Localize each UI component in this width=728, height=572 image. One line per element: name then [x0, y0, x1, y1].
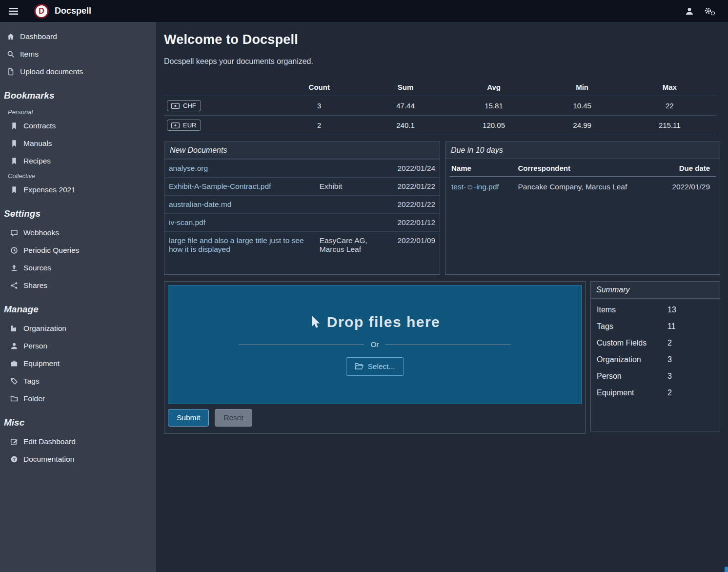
sidebar-section-settings: Settings — [0, 199, 156, 224]
currency-label: EUR — [183, 122, 196, 129]
document-row: iv-scan.pdf 2022/01/12 — [164, 213, 440, 231]
sidebar-sublabel-collective: Collective — [0, 170, 156, 181]
summary-panel: Summary Items 13 Tags 11 Custom Fields 2… — [590, 281, 720, 431]
document-link[interactable]: iv-scan.pdf — [169, 218, 316, 227]
sidebar-item-periodic-queries[interactable]: Periodic Queries — [0, 242, 156, 259]
sidebar-item-dashboard[interactable]: Dashboard — [0, 28, 156, 45]
edit-icon — [10, 438, 18, 446]
stat-count: 2 — [274, 116, 364, 135]
folder-icon — [10, 395, 18, 403]
due-table: Name Correspondent Due date test-☺-ing.p… — [449, 159, 716, 197]
document-link[interactable]: australian-date.md — [169, 200, 316, 209]
sidebar-item-label: Edit Dashboard — [23, 437, 76, 446]
drop-label: Drop files here — [327, 314, 441, 330]
stat-min: 10.45 — [542, 96, 623, 116]
due-correspondent: Pancake Company, Marcus Leaf — [516, 177, 663, 197]
stats-header-count: Count — [274, 79, 364, 96]
app-name: Docspell — [55, 6, 91, 16]
sidebar-item-upload-documents[interactable]: Upload documents — [0, 63, 156, 81]
user-icon — [685, 7, 694, 16]
summary-value: 13 — [667, 306, 676, 314]
document-link[interactable]: Exhibit-A-Sample-Contract.pdf — [169, 182, 316, 191]
sidebar-item-manuals[interactable]: Manuals — [0, 135, 156, 152]
stat-avg: 15.81 — [446, 96, 541, 116]
document-link[interactable]: large file and also a large title just t… — [169, 236, 316, 254]
page-title: Welcome to Docspell — [164, 32, 720, 47]
sidebar-item-edit-dashboard[interactable]: Edit Dashboard — [0, 433, 156, 450]
sidebar-item-contracts[interactable]: Contracts — [0, 117, 156, 135]
submit-button[interactable]: Submit — [168, 409, 209, 427]
scrollbar-thumb[interactable] — [725, 567, 728, 572]
sidebar-item-sources[interactable]: Sources — [0, 259, 156, 277]
stats-header-avg: Avg — [446, 79, 541, 96]
user-menu-button[interactable] — [680, 5, 699, 18]
money-bill-icon — [171, 123, 180, 128]
history-icon — [10, 246, 18, 254]
divider-line — [239, 344, 364, 345]
sidebar-item-documentation[interactable]: ? Documentation — [0, 450, 156, 468]
summary-label: Organization — [597, 355, 667, 364]
document-date: 2022/01/12 — [393, 218, 435, 227]
bookmark-icon — [10, 186, 18, 194]
summary-label: Custom Fields — [597, 339, 667, 347]
sidebar-item-expenses-2021[interactable]: Expenses 2021 — [0, 181, 156, 199]
sidebar-item-equipment[interactable]: Equipment — [0, 355, 156, 372]
stat-sum: 47.44 — [364, 96, 446, 116]
sidebar-item-label: Recipes — [23, 157, 51, 165]
sidebar-section-bookmarks: Bookmarks — [0, 81, 156, 106]
summary-label: Tags — [597, 322, 667, 331]
document-date: 2022/01/24 — [393, 164, 435, 173]
logo-letter: D — [39, 7, 44, 16]
file-dropzone[interactable]: Drop files here Or Select... — [168, 285, 582, 404]
stat-min: 24.99 — [542, 116, 623, 135]
due-document-link[interactable]: test-☺-ing.pdf — [451, 183, 499, 191]
sidebar-item-person[interactable]: Person — [0, 337, 156, 355]
comment-icon — [10, 229, 18, 237]
due-header-date: Due date — [663, 159, 716, 177]
home-icon — [7, 33, 15, 41]
select-files-button[interactable]: Select... — [346, 357, 404, 376]
select-files-label: Select... — [368, 362, 395, 371]
sidebar-item-webhooks[interactable]: Webhooks — [0, 224, 156, 242]
or-divider: Or — [239, 340, 511, 348]
stat-sum: 240.1 — [364, 116, 446, 135]
summary-label: Person — [597, 372, 667, 381]
person-icon — [10, 342, 18, 350]
document-date: 2022/01/22 — [393, 182, 435, 191]
tag-icon — [10, 377, 18, 385]
settings-menu-button[interactable] — [699, 5, 720, 18]
summary-value: 3 — [667, 355, 672, 364]
sidebar-item-label: Expenses 2021 — [23, 185, 76, 194]
sidebar-item-recipes[interactable]: Recipes — [0, 152, 156, 170]
upload-panel: Drop files here Or Select... Submit Rese… — [164, 281, 586, 434]
sidebar-item-label: Contracts — [23, 122, 56, 130]
document-link[interactable]: analyse.org — [169, 164, 316, 173]
summary-value: 3 — [667, 372, 672, 381]
sidebar-item-organization[interactable]: Organization — [0, 320, 156, 337]
svg-text:?: ? — [13, 457, 16, 462]
menu-button[interactable] — [8, 5, 20, 17]
cogs-icon — [704, 7, 715, 16]
summary-row: Equipment 2 — [591, 385, 720, 401]
sidebar-item-items[interactable]: Items — [0, 45, 156, 63]
summary-row: Items 13 — [591, 302, 720, 318]
due-header-row: Name Correspondent Due date — [449, 159, 716, 177]
new-documents-panel: New Documents analyse.org 2022/01/24 Exh… — [164, 142, 440, 275]
sidebar-item-tags[interactable]: Tags — [0, 372, 156, 390]
due-header-correspondent: Correspondent — [516, 159, 663, 177]
money-bill-icon — [171, 103, 180, 109]
panel-title: New Documents — [164, 142, 440, 159]
summary-row: Custom Fields 2 — [591, 335, 720, 351]
sidebar-item-folder[interactable]: Folder — [0, 390, 156, 408]
due-row: test-☺-ing.pdf Pancake Company, Marcus L… — [449, 177, 716, 197]
document-row: large file and also a large title just t… — [164, 231, 440, 258]
hamburger-icon — [9, 7, 19, 15]
sidebar-item-label: Sources — [23, 264, 51, 272]
reset-button[interactable]: Reset — [215, 409, 252, 427]
stats-header-sum: Sum — [364, 79, 446, 96]
summary-value: 2 — [667, 388, 672, 397]
sidebar-item-label: Periodic Queries — [23, 246, 80, 255]
sidebar-item-label: Folder — [23, 394, 45, 403]
sidebar-item-shares[interactable]: Shares — [0, 277, 156, 294]
sidebar: Dashboard Items Upload documents Bookmar… — [0, 22, 156, 572]
